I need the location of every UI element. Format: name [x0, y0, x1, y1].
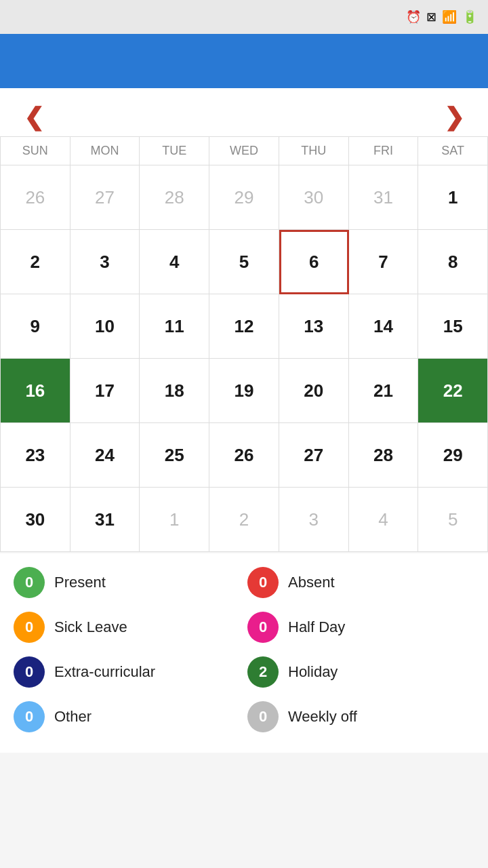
calendar-day[interactable]: 31 [70, 488, 140, 552]
legend-label: Absent [288, 574, 335, 591]
calendar-day[interactable]: 24 [70, 423, 140, 488]
calendar-day[interactable]: 3 [279, 488, 349, 552]
weekday-header: MON [70, 137, 140, 165]
legend-item: 0Weekly off [247, 701, 474, 732]
calendar-day[interactable]: 22 [418, 359, 488, 423]
calendar-day[interactable]: 2 [209, 488, 279, 552]
calendar-day[interactable]: 30 [1, 488, 70, 552]
legend-label: Extra-curricular [54, 663, 155, 681]
attendance-legend: 0Present0Absent0Sick Leave0Half Day0Extr… [0, 553, 488, 753]
calendar-day[interactable]: 2 [1, 230, 70, 294]
legend-item: 0Absent [247, 567, 474, 598]
calendar-day[interactable]: 10 [70, 294, 140, 359]
battery-icon: 🔋 [462, 9, 477, 24]
calendar-day[interactable]: 19 [209, 359, 279, 423]
calendar-day[interactable]: 26 [209, 423, 279, 488]
calendar-day[interactable]: 11 [140, 294, 209, 359]
calendar-day[interactable]: 6 [279, 230, 349, 294]
weekday-header: WED [209, 137, 279, 165]
calendar-container: ❮ ❯ SUNMONTUEWEDTHUFRISAT 26272829303112… [0, 88, 488, 552]
legend-badge: 2 [247, 656, 279, 688]
legend-item: 0Present [14, 567, 241, 598]
calendar-day[interactable]: 5 [209, 230, 279, 294]
calendar-day[interactable]: 17 [70, 359, 140, 423]
weekday-header: SAT [418, 137, 488, 165]
status-bar: ⏰ ⊠ 📶 🔋 [0, 0, 488, 34]
legend-item: 0Sick Leave [14, 612, 241, 643]
legend-label: Holiday [288, 663, 338, 681]
legend-item: 0Extra-curricular [14, 656, 241, 688]
legend-badge: 0 [14, 656, 45, 688]
weekday-header: THU [279, 137, 349, 165]
calendar-day[interactable]: 15 [418, 294, 488, 359]
legend-badge: 0 [247, 701, 279, 732]
calendar-day[interactable]: 18 [140, 359, 209, 423]
calendar-day[interactable]: 8 [418, 230, 488, 294]
alarm-icon: ⏰ [406, 9, 421, 24]
legend-badge: 0 [247, 567, 279, 598]
calendar-day[interactable]: 1 [418, 165, 488, 230]
prev-month-button[interactable]: ❮ [14, 102, 54, 133]
legend-item: 2Holiday [247, 656, 474, 688]
calendar-day[interactable]: 25 [140, 423, 209, 488]
weekday-header: SUN [1, 137, 70, 165]
legend-label: Half Day [288, 618, 345, 636]
close-icon: ⊠ [426, 9, 436, 24]
legend-label: Sick Leave [54, 618, 127, 636]
calendar-day[interactable]: 14 [349, 294, 419, 359]
calendar-day[interactable]: 4 [349, 488, 419, 552]
calendar-day[interactable]: 1 [140, 488, 209, 552]
calendar-day[interactable]: 9 [1, 294, 70, 359]
calendar-day[interactable]: 12 [209, 294, 279, 359]
legend-item: 0Half Day [247, 612, 474, 643]
legend-label: Present [54, 574, 106, 591]
app-header [0, 34, 488, 88]
wifi-icon: 📶 [442, 9, 457, 24]
calendar-day[interactable]: 4 [140, 230, 209, 294]
legend-badge: 0 [14, 612, 45, 643]
calendar-day[interactable]: 26 [1, 165, 70, 230]
calendar-day[interactable]: 3 [70, 230, 140, 294]
legend-badge: 0 [14, 701, 45, 732]
legend-grid: 0Present0Absent0Sick Leave0Half Day0Extr… [14, 567, 474, 732]
status-icons: ⏰ ⊠ 📶 🔋 [406, 9, 477, 24]
calendar-day[interactable]: 20 [279, 359, 349, 423]
legend-badge: 0 [247, 612, 279, 643]
calendar-day[interactable]: 29 [418, 423, 488, 488]
calendar-day[interactable]: 27 [279, 423, 349, 488]
calendar-day[interactable]: 28 [140, 165, 209, 230]
calendar-day[interactable]: 21 [349, 359, 419, 423]
calendar-day[interactable]: 7 [349, 230, 419, 294]
weekday-header: FRI [349, 137, 419, 165]
calendar-day[interactable]: 27 [70, 165, 140, 230]
calendar-day[interactable]: 31 [349, 165, 419, 230]
legend-item: 0Other [14, 701, 241, 732]
calendar-day[interactable]: 30 [279, 165, 349, 230]
calendar-day[interactable]: 5 [418, 488, 488, 552]
calendar-day[interactable]: 16 [1, 359, 70, 423]
calendar-day[interactable]: 29 [209, 165, 279, 230]
legend-label: Weekly off [288, 708, 357, 726]
legend-label: Other [54, 708, 92, 726]
weekday-header: TUE [140, 137, 209, 165]
calendar-grid: 2627282930311234567891011121314151617181… [0, 165, 488, 552]
legend-badge: 0 [14, 567, 45, 598]
next-month-button[interactable]: ❯ [434, 102, 474, 133]
calendar-day[interactable]: 13 [279, 294, 349, 359]
weekday-headers: SUNMONTUEWEDTHUFRISAT [0, 136, 488, 165]
calendar-day[interactable]: 23 [1, 423, 70, 488]
calendar-day[interactable]: 28 [349, 423, 419, 488]
month-navigation: ❮ ❯ [0, 95, 488, 136]
